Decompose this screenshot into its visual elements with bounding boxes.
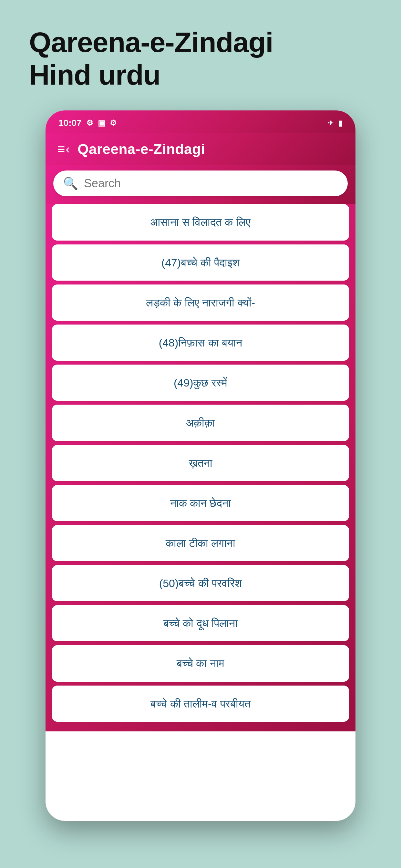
list-item[interactable]: बच्चे को दूध पिलाना: [52, 605, 349, 641]
list-item[interactable]: बच्चे की तालीम-व परबीयत: [52, 686, 349, 722]
app-bar: ≡ ‹ Qareena-e-Zindagi: [45, 133, 356, 165]
list-item-text: आसाना स विलादत क लिए: [150, 216, 251, 228]
list-item[interactable]: (50)बच्चे की परवरिश: [52, 565, 349, 601]
list-item-text: (48)निफ़ास का बयान: [159, 337, 242, 349]
content-list: आसाना स विलादत क लिए(47)बच्चे की पैदाइशल…: [45, 204, 356, 731]
status-time: 10:07: [58, 118, 82, 128]
settings-icon: ⚙: [86, 119, 93, 128]
list-item[interactable]: (47)बच्चे की पैदाइश: [52, 244, 349, 281]
hamburger-lines: ≡: [57, 142, 64, 157]
list-item[interactable]: अक़ीक़ा: [52, 405, 349, 441]
search-input[interactable]: [84, 177, 338, 190]
back-arrow-icon: ‹: [66, 143, 70, 156]
app-bar-title: Qareena-e-Zindagi: [78, 141, 344, 157]
status-right: ✈ ▮: [328, 119, 343, 128]
list-item-text: नाक कान छेदना: [170, 497, 231, 509]
list-item-text: (47)बच्चे की पैदाइश: [161, 256, 240, 269]
list-item[interactable]: (48)निफ़ास का बयान: [52, 324, 349, 361]
gear2-icon: ⚙: [110, 119, 117, 128]
page-title-section: Qareena-e-Zindagi Hind urdu: [0, 26, 401, 91]
search-bar[interactable]: 🔍: [53, 170, 348, 196]
list-item[interactable]: आसाना स विलादत क लिए: [52, 204, 349, 240]
list-item[interactable]: ख़तना: [52, 445, 349, 481]
airplane-icon: ✈: [328, 119, 334, 128]
menu-back-button[interactable]: ≡ ‹: [57, 142, 70, 157]
phone-frame: 10:07 ⚙ ▣ ⚙ ✈ ▮ ≡ ‹ Qareena-e-Zindagi 🔍 …: [45, 111, 356, 821]
status-bar: 10:07 ⚙ ▣ ⚙ ✈ ▮: [45, 111, 356, 133]
search-container: 🔍: [45, 165, 356, 204]
status-left: 10:07 ⚙ ▣ ⚙: [58, 118, 117, 128]
list-item-text: ख़तना: [189, 457, 212, 469]
list-item-text: बच्चे की तालीम-व परबीयत: [150, 698, 251, 710]
sim-icon: ▣: [98, 119, 105, 128]
battery-icon: ▮: [338, 119, 343, 128]
list-item-text: काला टीका लगाना: [166, 537, 236, 549]
list-item-text: बच्चे का नाम: [177, 657, 224, 670]
list-item[interactable]: नाक कान छेदना: [52, 485, 349, 521]
list-item[interactable]: काला टीका लगाना: [52, 525, 349, 561]
list-item-text: (50)बच्चे की परवरिश: [159, 577, 242, 589]
list-item[interactable]: बच्चे का नाम: [52, 645, 349, 681]
list-item-text: अक़ीक़ा: [186, 416, 215, 429]
list-item[interactable]: (49)कुछ रस्में: [52, 365, 349, 401]
list-item-text: (49)कुछ रस्में: [174, 376, 227, 389]
list-item[interactable]: लड़की के लिए नाराजगी क्यों-: [52, 284, 349, 321]
search-icon: 🔍: [63, 176, 78, 190]
list-item-text: लड़की के लिए नाराजगी क्यों-: [146, 297, 255, 309]
list-item-text: बच्चे को दूध पिलाना: [163, 617, 238, 629]
app-title: Qareena-e-Zindagi Hind urdu: [29, 26, 372, 91]
